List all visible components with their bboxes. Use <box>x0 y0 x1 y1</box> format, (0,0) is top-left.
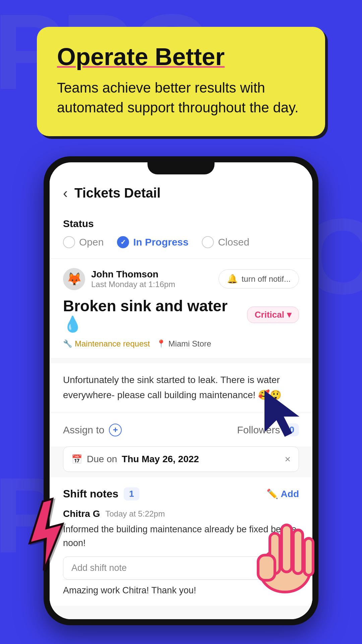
add-shift-note-button[interactable]: ✏️ Add <box>266 488 299 499</box>
status-option-open[interactable]: Open <box>63 236 104 248</box>
hero-subtitle: Teams achieve better results with automa… <box>57 78 305 118</box>
status-option-inprogress[interactable]: In Progress <box>117 236 188 248</box>
notif-button[interactable]: 🔔 turn off notif... <box>219 269 299 288</box>
due-on-label: Due on <box>87 454 117 465</box>
ticket-title-section: Broken sink and water 💧 Critical ▾ 🔧 Mai… <box>50 290 312 358</box>
user-details: John Thomson Last Monday at 1:16pm <box>91 269 175 289</box>
tags-row: 🔧 Maintenance request 📍 Miami Store <box>63 339 299 348</box>
status-closed-label: Closed <box>218 236 249 248</box>
due-date-content: 📅 Due on Thu May 26, 2022 <box>71 454 199 465</box>
tag-location-label: Miami Store <box>168 339 211 348</box>
edit-icon: ✏️ <box>266 488 278 499</box>
calendar-icon: 📅 <box>71 454 82 465</box>
svg-rect-7 <box>258 555 275 580</box>
due-date-row: 📅 Due on Thu May 26, 2022 × <box>63 446 299 472</box>
svg-marker-0 <box>20 498 73 572</box>
assign-to-section: Assign to + <box>63 424 122 436</box>
hero-title: Operate Better <box>57 44 305 70</box>
avatar: 🦊 <box>63 268 85 290</box>
wrench-icon: 🔧 <box>63 339 72 348</box>
notif-label: turn off notif... <box>242 274 291 284</box>
page-content: Operate Better Teams achieve better resu… <box>0 0 362 625</box>
radio-inprogress[interactable] <box>117 236 129 248</box>
status-open-label: Open <box>79 236 104 248</box>
priority-label: Critical <box>255 310 284 320</box>
user-time: Last Monday at 1:16pm <box>91 280 175 289</box>
back-button[interactable]: ‹ <box>63 185 68 201</box>
svg-rect-4 <box>282 525 292 572</box>
status-section: Status Open In Progress <box>50 208 312 259</box>
tag-maintenance-label: Maintenance request <box>75 339 150 348</box>
due-date-close-button[interactable]: × <box>285 453 291 465</box>
assign-plus-button[interactable]: + <box>109 424 122 436</box>
app-header: ‹ Tickets Detail <box>50 174 312 208</box>
status-label: Status <box>63 218 299 229</box>
cursor-arrow-decoration <box>258 384 312 446</box>
note-time: Today at 5:22pm <box>105 509 165 519</box>
radio-closed[interactable] <box>202 236 214 248</box>
status-options: Open In Progress Closed <box>63 236 299 248</box>
shift-notes-title-row: Shift notes 1 <box>63 487 139 500</box>
page-title: Tickets Detail <box>74 185 161 201</box>
phone-wrapper: ‹ Tickets Detail Status Open <box>44 156 318 626</box>
priority-arrow: ▾ <box>287 310 291 320</box>
shift-notes-header: Shift notes 1 ✏️ Add <box>63 487 299 500</box>
bell-icon: 🔔 <box>227 274 238 284</box>
tag-location[interactable]: 📍 Miami Store <box>157 339 211 348</box>
radio-open[interactable] <box>63 236 75 248</box>
status-option-closed[interactable]: Closed <box>202 236 249 248</box>
due-date-value: Thu May 26, 2022 <box>122 454 199 465</box>
user-info-row: 🦊 John Thomson Last Monday at 1:16pm 🔔 t… <box>50 259 312 290</box>
user-info: 🦊 John Thomson Last Monday at 1:16pm <box>63 268 175 290</box>
user-name: John Thomson <box>91 269 175 280</box>
tag-maintenance[interactable]: 🔧 Maintenance request <box>63 339 150 348</box>
hand-emoji-decoration <box>251 506 325 595</box>
status-inprogress-label: In Progress <box>133 236 188 248</box>
shift-notes-title: Shift notes <box>63 488 118 500</box>
svg-rect-5 <box>293 530 303 574</box>
shift-notes-count: 1 <box>124 487 139 500</box>
svg-rect-6 <box>304 538 313 575</box>
assign-to-label: Assign to <box>63 424 104 436</box>
ticket-title-row: Broken sink and water 💧 Critical ▾ <box>63 297 299 333</box>
phone-notch <box>147 162 215 174</box>
ticket-title: Broken sink and water 💧 <box>63 297 247 333</box>
hero-card: Operate Better Teams achieve better resu… <box>37 27 325 136</box>
priority-badge[interactable]: Critical ▾ <box>247 307 299 323</box>
svg-marker-1 <box>265 391 298 436</box>
location-icon: 📍 <box>157 339 166 348</box>
